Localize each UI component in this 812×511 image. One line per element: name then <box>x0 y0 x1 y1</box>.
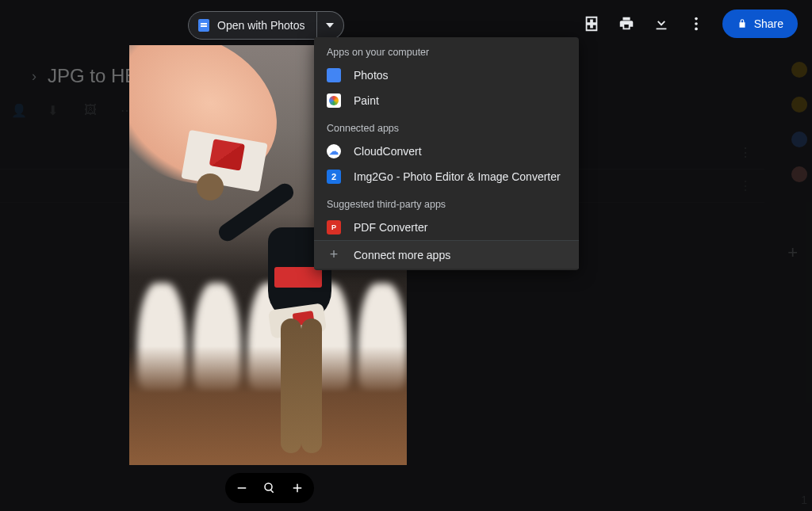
svg-point-8 <box>695 28 698 31</box>
menu-item-label: CloudConvert <box>354 145 422 158</box>
menu-section-suggested: Suggested third-party apps <box>314 189 579 215</box>
svg-point-6 <box>695 17 698 21</box>
svg-rect-2 <box>270 490 274 494</box>
plus-icon: + <box>327 246 341 263</box>
side-panel-icons <box>791 62 807 182</box>
photos-icon <box>327 68 341 82</box>
menu-section-computer: Apps on your computer <box>314 37 579 63</box>
zoom-controls <box>225 473 314 503</box>
menu-item-connect-more-apps[interactable]: + Connect more apps <box>314 240 579 269</box>
open-with-menu: Apps on your computer Photos Paint Conne… <box>314 37 579 270</box>
svg-marker-5 <box>326 23 334 28</box>
download-button[interactable] <box>653 15 670 32</box>
svg-point-7 <box>695 22 698 25</box>
svg-rect-4 <box>293 487 302 489</box>
page-indicator: 1 <box>801 494 807 506</box>
open-with-dropdown-caret[interactable] <box>317 11 344 40</box>
menu-item-img2go[interactable]: 2 Img2Go - Photo Editor & Image Converte… <box>314 164 579 189</box>
menu-item-label: Photos <box>354 69 389 82</box>
svg-rect-0 <box>238 487 247 489</box>
menu-item-cloudconvert[interactable]: CloudConvert <box>314 139 579 164</box>
img2go-icon: 2 <box>327 170 341 184</box>
menu-item-label: Img2Go - Photo Editor & Image Converter <box>354 170 561 183</box>
paint-icon <box>327 93 341 108</box>
lock-icon <box>737 18 748 29</box>
menu-item-label: PDF Converter <box>354 221 427 234</box>
side-panel-add-icon: + <box>787 242 798 263</box>
zoom-in-button[interactable] <box>290 481 304 495</box>
pdf-icon: P <box>327 220 341 235</box>
menu-item-pdf-converter[interactable]: P PDF Converter <box>314 215 579 240</box>
share-button[interactable]: Share <box>722 10 798 38</box>
open-with-button[interactable]: Open with Photos <box>188 11 317 40</box>
document-icon <box>198 19 209 32</box>
zoom-reset-button[interactable] <box>262 481 277 495</box>
zoom-out-button[interactable] <box>235 481 249 495</box>
chevron-right-icon: › <box>32 68 36 85</box>
cloudconvert-icon <box>327 144 341 158</box>
share-label: Share <box>754 17 783 30</box>
menu-item-paint[interactable]: Paint <box>314 88 579 113</box>
print-button[interactable] <box>618 15 635 32</box>
menu-item-label: Connect more apps <box>354 249 450 261</box>
menu-item-label: Paint <box>354 94 379 107</box>
background-toolbar: 👤⬇🖼⋯ <box>11 103 135 117</box>
more-options-button[interactable] <box>688 15 705 32</box>
menu-item-photos[interactable]: Photos <box>314 63 579 88</box>
menu-section-connected: Connected apps <box>314 113 579 139</box>
open-with-label: Open with Photos <box>217 19 305 32</box>
add-to-drive-button[interactable] <box>583 15 600 32</box>
